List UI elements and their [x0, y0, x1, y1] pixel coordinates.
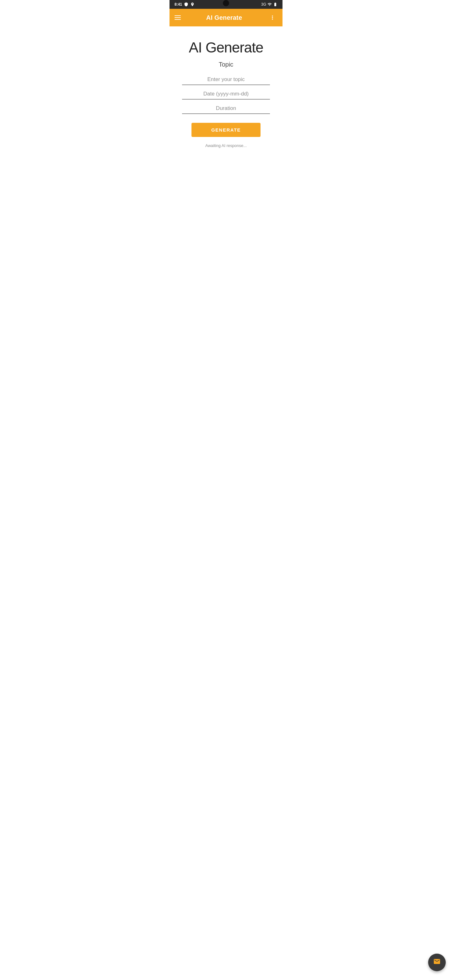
- menu-icon[interactable]: [174, 15, 181, 20]
- location-icon: [190, 2, 195, 6]
- status-text: Awaiting AI response...: [205, 143, 247, 148]
- more-vertical-icon[interactable]: [267, 13, 278, 22]
- status-time: 8:41: [174, 2, 182, 6]
- app-bar: AI Generate: [170, 9, 282, 26]
- section-label: Topic: [219, 61, 233, 68]
- main-content: AI Generate Topic GENERATE Awaiting AI r…: [170, 26, 282, 154]
- camera-notch: [223, 0, 229, 6]
- duration-input-container: [182, 103, 270, 114]
- date-input[interactable]: [182, 89, 270, 100]
- status-bar-right: 3G: [261, 2, 278, 6]
- signal-icon: [267, 2, 272, 6]
- status-bar: 8:41 3G: [170, 0, 282, 9]
- date-input-container: [182, 89, 270, 100]
- topic-input-container: [182, 75, 270, 85]
- page-title: AI Generate: [189, 39, 263, 56]
- duration-input[interactable]: [182, 103, 270, 114]
- shield-icon: [184, 2, 188, 6]
- status-bar-left: 8:41: [174, 2, 195, 6]
- app-bar-title: AI Generate: [206, 14, 242, 21]
- generate-button[interactable]: GENERATE: [192, 123, 260, 137]
- network-label: 3G: [261, 2, 266, 6]
- topic-input[interactable]: [182, 75, 270, 85]
- battery-icon: [273, 2, 278, 6]
